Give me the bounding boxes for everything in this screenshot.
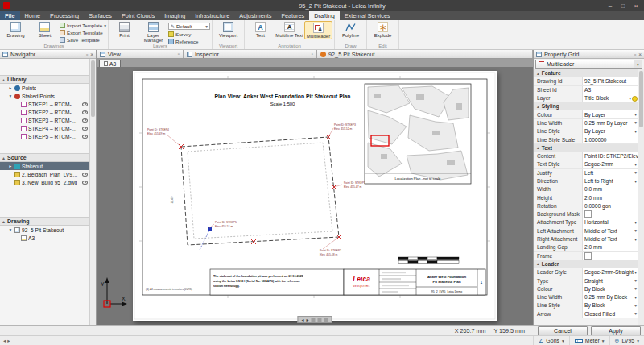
tree-item[interactable]: ▾ 92_5 Pit Stakeout xyxy=(0,226,89,234)
expand-arrow-icon[interactable]: ▾ xyxy=(8,227,13,232)
tree-item[interactable]: ▸ Stakeout xyxy=(0,162,89,170)
tab-stakeout-drawing[interactable]: 92_5 Pit Stakeout xyxy=(317,50,533,58)
text-button[interactable]: Text xyxy=(246,21,275,38)
property-row[interactable]: Content Point ID: STKEP2/Eleva xyxy=(534,152,638,160)
property-value[interactable]: Segoe-2mm xyxy=(582,160,638,168)
explode-button[interactable]: Explode xyxy=(369,21,397,38)
property-row[interactable]: Line Style By Layer xyxy=(534,127,638,135)
ribbon-tab[interactable]: External Services xyxy=(340,11,395,20)
property-row[interactable]: Text Style Segoe-2mm xyxy=(534,160,638,168)
fit-view-icon[interactable] xyxy=(312,318,316,322)
property-row[interactable]: Direction Left to Right xyxy=(534,177,638,185)
visibility-eye-icon[interactable] xyxy=(82,110,88,114)
visibility-eye-icon[interactable] xyxy=(82,135,88,139)
ribbon-tab[interactable]: Features xyxy=(276,11,309,20)
distance-unit-dropdown[interactable]: Meter ▾ xyxy=(569,336,609,345)
property-row[interactable]: Height 2.0 mm xyxy=(534,193,638,202)
tree-item[interactable]: A3 xyxy=(0,234,89,242)
property-value[interactable]: 0.25 mm By Block xyxy=(582,293,638,301)
property-value[interactable]: 0.0 mm xyxy=(582,185,638,193)
property-value[interactable]: 0.25 mm By Layer xyxy=(582,119,638,127)
property-row[interactable]: Right Attachment Middle of Text xyxy=(534,235,638,243)
property-row[interactable]: Attachment Type Horizontal xyxy=(534,218,638,227)
property-row[interactable]: Styling xyxy=(534,102,638,110)
ribbon-tab[interactable]: File xyxy=(0,11,20,20)
property-row[interactable]: Arrow Closed Filled xyxy=(534,310,638,318)
tree-item[interactable]: STKEP5 – RTCM-Ref 0000 (07/10) xyxy=(0,132,89,140)
page-forward-icon[interactable]: ▸ xyxy=(307,317,309,322)
multiline-text-button[interactable]: Multiline Text xyxy=(275,21,303,38)
property-row[interactable]: Leader Style Segoe-2mm-Straight xyxy=(534,268,638,276)
section-library[interactable]: Library xyxy=(0,75,89,84)
ribbon-tab[interactable]: Infrastructure xyxy=(190,11,234,20)
property-row[interactable]: Leader xyxy=(534,260,638,268)
default-layer-dropdown[interactable]: ✎ Default ▾ xyxy=(168,23,210,30)
tree-item[interactable]: STKEP4 – RTCM-Ref 0000 (07/10) xyxy=(0,124,89,132)
minimize-button[interactable]: – xyxy=(604,2,617,10)
tree-item[interactable]: 2. Belgach_Plan_LV95_2.dwg xyxy=(0,170,89,178)
ribbon-tab[interactable]: Processing xyxy=(45,11,84,20)
chevron-down-icon[interactable]: ▾ xyxy=(634,60,642,68)
pan-icon[interactable] xyxy=(324,318,328,322)
property-row[interactable]: Frame xyxy=(534,252,638,260)
survey-layer-toggle[interactable]: Survey xyxy=(168,31,210,38)
expand-arrow-icon[interactable]: ▾ xyxy=(8,94,13,98)
property-row[interactable]: Line Width 0.25 mm By Block xyxy=(534,293,638,301)
property-value[interactable]: A3 xyxy=(582,86,638,94)
property-value[interactable]: Straight xyxy=(582,276,638,284)
tree-item[interactable]: STKEP3 – RTCM-Ref 0000 (07/10) xyxy=(0,116,89,124)
print-button[interactable]: Print xyxy=(110,21,138,38)
angle-unit-dropdown[interactable]: ∠ Gons ▾ xyxy=(533,336,569,345)
section-source[interactable]: Source xyxy=(0,153,89,162)
property-value[interactable]: Middle of Text xyxy=(582,235,638,243)
property-row[interactable]: Colour By Block xyxy=(534,285,638,293)
property-row[interactable]: Landing Gap 2.0 mm xyxy=(534,243,638,251)
property-grid-scrollbar[interactable] xyxy=(638,69,644,325)
property-value[interactable]: Point ID: STKEP2/Eleva xyxy=(582,152,638,160)
property-row[interactable]: Justify Left xyxy=(534,169,638,177)
cancel-button[interactable]: Cancel xyxy=(538,326,588,335)
property-row[interactable]: Line Style Scale 1.000000 xyxy=(534,135,638,143)
polyline-button[interactable]: Polyline xyxy=(336,21,365,38)
tab-view[interactable]: View ▫ xyxy=(97,50,184,58)
property-row[interactable]: Layer Title Block xyxy=(534,94,638,102)
tree-item[interactable]: ▸ Points xyxy=(0,84,89,92)
property-value[interactable]: Segoe-2mm-Straight xyxy=(582,268,638,276)
property-value[interactable] xyxy=(582,210,638,218)
property-value[interactable]: By Layer xyxy=(582,127,638,135)
navigator-scrollbar[interactable] xyxy=(89,59,96,325)
drawing-canvas[interactable]: Plan View: Anker West Foundation Pit Sta… xyxy=(97,67,533,325)
property-value[interactable]: By Block xyxy=(582,301,638,309)
zoom-icon[interactable] xyxy=(318,318,322,322)
tree-item[interactable]: ▾ Staked Points xyxy=(0,92,89,100)
apply-button[interactable]: Apply xyxy=(591,326,641,335)
ribbon-tab[interactable]: Adjustments xyxy=(234,11,276,20)
ribbon-tab[interactable]: Imaging xyxy=(159,11,190,20)
multileader-button[interactable]: Multileader xyxy=(304,21,332,39)
property-value[interactable] xyxy=(582,252,638,260)
maximize-button[interactable]: □ xyxy=(617,2,630,10)
sheet-tab-a3[interactable]: A3 xyxy=(99,60,121,67)
property-value[interactable]: Middle of Text xyxy=(582,227,638,235)
viewport-button[interactable]: Viewport xyxy=(214,21,242,38)
property-row[interactable]: Line Width 0.25 mm By Layer xyxy=(534,119,638,127)
visibility-eye-icon[interactable] xyxy=(82,118,88,123)
property-value[interactable]: By Layer xyxy=(582,110,638,118)
undock-icon[interactable]: ▫ xyxy=(178,52,180,56)
property-row[interactable]: Width 0.0 mm xyxy=(534,185,638,193)
property-row[interactable]: Text xyxy=(534,144,638,152)
sheet-button[interactable]: Sheet xyxy=(31,21,59,38)
history-back-icon[interactable]: ◂ xyxy=(3,338,6,344)
visibility-eye-icon[interactable] xyxy=(82,102,88,106)
property-value[interactable]: 1.000000 xyxy=(582,135,638,143)
drawing-button[interactable]: Drawing xyxy=(2,21,30,38)
property-value[interactable]: 0.0000 gon xyxy=(582,202,638,210)
ribbon-tab[interactable]: Surfaces xyxy=(84,11,117,20)
property-row[interactable]: Left Attachment Middle of Text xyxy=(534,227,638,235)
ribbon-tab[interactable]: Drafting xyxy=(309,11,340,20)
property-row[interactable]: Colour By Layer xyxy=(534,110,638,118)
property-row[interactable]: Sheet Id A3 xyxy=(534,86,638,94)
history-forward-icon[interactable]: ▸ xyxy=(7,338,10,344)
visibility-eye-icon[interactable] xyxy=(82,181,88,185)
property-value[interactable]: By Block xyxy=(582,285,638,293)
